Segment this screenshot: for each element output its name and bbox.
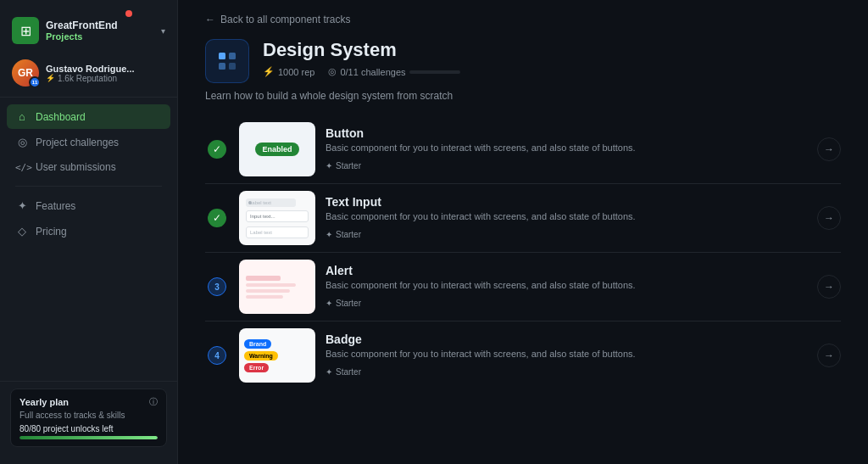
course-icon [205,39,249,83]
nav-label-submissions: User submissions [36,161,116,173]
plan-progress-text: 80/80 project unlocks left [19,424,158,433]
challenge-content-1: Button Basic component for you to intera… [326,118,807,181]
challenge-arrow-1[interactable]: → [817,137,841,161]
challenge-arrow-3[interactable]: → [817,275,841,299]
table-row: 4 Brand Warning Error Badge Basic compon… [205,321,841,389]
thumb-alert-line-3 [246,289,290,293]
challenge-arrow-4[interactable]: → [817,344,841,367]
challenge-title-4: Badge [326,333,807,346]
main-nav: ⌂ Dashboard ◎ Project challenges </> Use… [0,101,177,381]
challenge-num-4: 4 [205,346,229,365]
features-icon: ✦ [15,199,29,212]
notification-dot [125,10,132,17]
progress-bar-bg [19,436,158,439]
thumb-button-img: Enabled [239,122,315,176]
plan-name: Yearly plan [19,397,69,407]
progress-mini-bar [409,70,460,74]
badge-pill-warning: Warning [244,351,278,361]
logo-text: GreatFrontEnd Projects [46,20,154,42]
challenge-title-2: Text Input [326,195,807,209]
challenge-thumb-3 [239,260,315,314]
course-info: Design System ⚡ 1000 rep ◎ 0/11 challeng… [263,39,841,77]
tag-icon-3: ✦ [326,299,332,308]
back-arrow-icon: ← [205,14,215,25]
sidebar-item-features[interactable]: ✦ Features [7,193,170,218]
submissions-icon: </> [15,162,29,173]
thumb-input-img: Label text Input text... Label text [239,191,315,245]
challenge-tag-2: ✦ Starter [326,230,361,239]
badge-pill-error: Error [244,363,269,372]
sidebar-item-project-challenges[interactable]: ◎ Project challenges [7,130,170,154]
thumb-alert-line-2 [246,283,296,287]
thumb-input-bar-1: Label text [246,198,296,207]
brand-title: GreatFrontEnd [46,20,154,31]
challenge-num-1: ✓ [205,140,229,159]
logo-icon: ⊞ [12,17,39,44]
course-title: Design System [263,39,841,61]
rep-meta: ⚡ 1000 rep [263,66,314,77]
challenge-thumb-2: Label text Input text... Label text [239,191,315,245]
sidebar: ⊞ GreatFrontEnd Projects ▾ GR 11 Gustavo… [0,0,178,464]
progress-suffix: /80 project unlocks left [29,424,114,433]
challenge-desc-1: Basic component for you to interact with… [326,143,807,153]
rep-icon: ⚡ [46,74,55,82]
plan-section: Yearly plan ⓘ Full access to tracks & sk… [0,381,177,454]
sidebar-item-user-submissions[interactable]: </> User submissions [7,155,170,179]
challenge-desc-2: Basic component for you to interact with… [326,211,807,221]
tag-label-2: Starter [336,230,361,239]
tag-label-3: Starter [336,299,361,308]
challenge-list: ✓ Enabled Button Basic component for you… [205,115,841,389]
nav-label-dashboard: Dashboard [36,111,86,123]
badge-pill-brand: Brand [244,339,271,349]
back-link-text: Back to all component tracks [220,14,350,25]
rep-meta-value: 1000 rep [278,67,314,77]
plan-card: Yearly plan ⓘ Full access to tracks & sk… [10,389,167,447]
user-name: Gustavo Rodrigue... [46,64,165,74]
challenge-content-4: Badge Basic component for you to interac… [326,324,807,387]
course-desc: Learn how to build a whole design system… [205,90,841,102]
challenge-tag-4: ✦ Starter [326,367,361,377]
sidebar-item-pricing[interactable]: ◇ Pricing [7,219,170,243]
user-reputation: ⚡ 1.6k Reputation [46,74,165,83]
challenge-tag-3: ✦ Starter [326,299,361,308]
progress-meta-icon: ◎ [328,66,337,77]
brand-chevron: ▾ [161,26,165,36]
thumb-badge-img: Brand Warning Error [239,328,315,383]
num-circle-4: 4 [208,346,226,365]
tag-icon-1: ✦ [326,161,332,171]
brand-subtitle: Projects [46,31,154,42]
thumb-alert-img [239,260,315,314]
nav-divider [15,186,162,187]
thumb-alert-line-4 [246,295,283,299]
challenges-icon: ◎ [15,136,29,148]
dashboard-icon: ⌂ [15,110,29,123]
rep-value: 1.6k Reputation [58,74,117,83]
course-meta: ⚡ 1000 rep ◎ 0/11 challenges [263,66,841,77]
tag-label-4: Starter [336,367,361,377]
thumb-alert-line-1 [246,276,281,281]
challenge-content-2: Text Input Basic component for you to in… [326,187,807,249]
nav-label-pricing: Pricing [36,226,67,238]
nav-label-challenges: Project challenges [36,137,119,148]
challenge-tag-1: ✦ Starter [326,161,361,171]
challenge-desc-4: Basic component for you to interact with… [326,349,807,359]
sidebar-item-dashboard[interactable]: ⌂ Dashboard [7,104,170,129]
brand-logo[interactable]: ⊞ GreatFrontEnd Projects ▾ [0,10,177,54]
table-row: 3 Alert Basic component for you to inter… [205,253,841,321]
check-icon-2: ✓ [208,209,226,227]
challenge-arrow-2[interactable]: → [817,206,841,230]
user-section: GR 11 Gustavo Rodrigue... ⚡ 1.6k Reputat… [0,54,177,98]
challenge-desc-3: Basic component for you to interact with… [326,280,807,290]
table-row: ✓ Label text Input text... Label text [205,184,841,253]
num-circle-3: 3 [208,277,226,296]
svg-rect-3 [229,63,236,70]
svg-rect-0 [219,53,225,59]
nav-label-features: Features [36,200,75,212]
back-link[interactable]: ← Back to all component tracks [205,14,841,25]
challenge-thumb-4: Brand Warning Error [239,328,315,383]
challenge-thumb-1: Enabled [239,122,315,176]
challenge-num-2: ✓ [205,209,229,227]
svg-rect-2 [219,63,225,70]
challenge-content-3: Alert Basic component for you to interac… [326,255,807,318]
plan-info-icon[interactable]: ⓘ [149,396,158,408]
